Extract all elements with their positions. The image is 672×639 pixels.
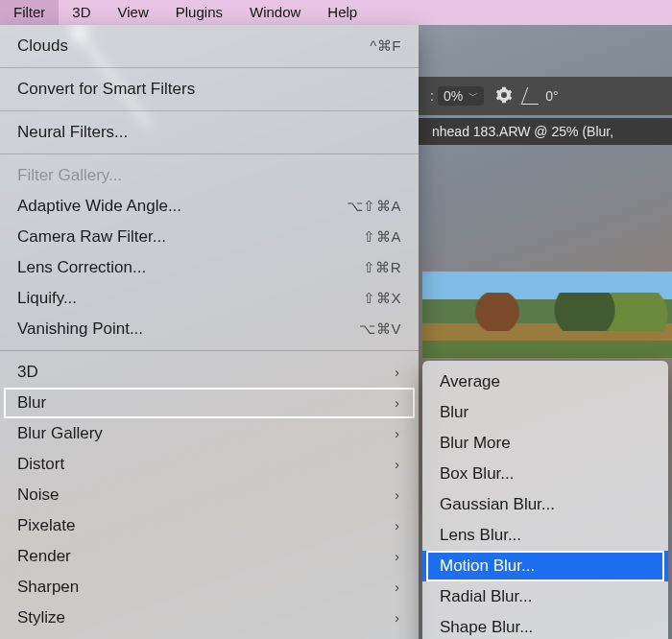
menu-item-shortcut: ⌥⇧⌘A: [347, 196, 401, 217]
menu-item-distort[interactable]: Distort ›: [0, 449, 419, 480]
submenu-arrow-icon: ›: [395, 423, 401, 444]
opacity-field[interactable]: : 0% ﹀: [430, 86, 484, 106]
menu-item-stylize[interactable]: Stylize ›: [0, 603, 419, 633]
menu-separator: [0, 110, 419, 111]
menu-item-label: Blur Gallery: [17, 423, 103, 444]
menu-item-video[interactable]: Video ›: [0, 633, 419, 639]
menu-item-filter-gallery: Filter Gallery...: [0, 160, 419, 191]
menu-item-blur-gallery[interactable]: Blur Gallery ›: [0, 418, 419, 449]
menu-separator: [0, 154, 419, 154]
submenu-item-average[interactable]: Average: [422, 367, 668, 397]
menu-plugins[interactable]: Plugins: [162, 0, 236, 25]
angle-icon: [521, 87, 545, 105]
menu-item-label: Vanishing Point...: [17, 319, 143, 340]
submenu-arrow-icon: ›: [395, 607, 401, 628]
submenu-arrow-icon: ›: [395, 577, 401, 598]
menu-item-liquify[interactable]: Liquify... ⇧⌘X: [0, 283, 419, 314]
submenu-arrow-icon: ›: [395, 485, 401, 506]
menu-separator: [0, 350, 419, 351]
menu-item-clouds[interactable]: Clouds ^⌘F: [0, 31, 419, 61]
angle-field[interactable]: 0°: [524, 87, 558, 105]
blur-submenu: Average Blur Blur More Box Blur... Gauss…: [422, 361, 668, 639]
submenu-arrow-icon: ›: [395, 515, 401, 536]
menu-item-render[interactable]: Render ›: [0, 541, 419, 572]
menu-item-label: Convert for Smart Filters: [17, 79, 195, 100]
menu-item-label: Sharpen: [17, 577, 79, 598]
menu-item-adaptive-wide-angle[interactable]: Adaptive Wide Angle... ⌥⇧⌘A: [0, 191, 419, 222]
submenu-arrow-icon: ›: [395, 362, 401, 383]
menu-item-label: Distort: [17, 454, 64, 475]
submenu-item-radial-blur[interactable]: Radial Blur...: [422, 581, 668, 612]
menu-item-3d[interactable]: 3D ›: [0, 357, 419, 388]
menu-help[interactable]: Help: [314, 0, 371, 25]
submenu-item-gaussian-blur[interactable]: Gaussian Blur...: [422, 489, 668, 520]
menu-item-label: Noise: [17, 485, 59, 506]
menu-item-shortcut: ⇧⌘R: [363, 257, 401, 278]
submenu-arrow-icon: ›: [395, 546, 401, 567]
menu-item-label: Neural Filters...: [17, 122, 128, 143]
menu-item-label: Lens Correction...: [17, 257, 146, 278]
submenu-item-box-blur[interactable]: Box Blur...: [422, 459, 668, 489]
menu-item-blur[interactable]: Blur ›: [0, 388, 419, 418]
gear-icon[interactable]: [495, 86, 513, 106]
menu-item-lens-correction[interactable]: Lens Correction... ⇧⌘R: [0, 252, 419, 283]
menu-item-camera-raw-filter[interactable]: Camera Raw Filter... ⇧⌘A: [0, 222, 419, 252]
menu-item-label: 3D: [17, 362, 38, 383]
menu-item-label: Stylize: [17, 607, 65, 628]
submenu-item-blur-more[interactable]: Blur More: [422, 428, 668, 459]
menu-filter[interactable]: Filter: [0, 0, 59, 25]
menu-view[interactable]: View: [105, 0, 162, 25]
menu-item-label: Pixelate: [17, 515, 75, 536]
angle-value: 0°: [545, 88, 558, 104]
submenu-arrow-icon: ›: [395, 454, 401, 475]
menu-3d[interactable]: 3D: [59, 0, 104, 25]
menu-item-shortcut: ⇧⌘A: [363, 226, 401, 248]
menu-item-shortcut: ^⌘F: [370, 36, 401, 57]
menubar: Filter 3D View Plugins Window Help: [0, 0, 672, 25]
menu-item-convert-smart-filters[interactable]: Convert for Smart Filters: [0, 74, 419, 105]
menu-item-vanishing-point[interactable]: Vanishing Point... ⌥⌘V: [0, 314, 419, 344]
menu-item-label: Adaptive Wide Angle...: [17, 196, 181, 217]
submenu-item-lens-blur[interactable]: Lens Blur...: [422, 520, 668, 551]
menu-item-label: Blur: [17, 392, 46, 414]
submenu-arrow-icon: ›: [395, 392, 401, 414]
menu-item-pixelate[interactable]: Pixelate ›: [0, 510, 419, 541]
menu-item-label: Filter Gallery...: [17, 165, 122, 186]
document-tab[interactable]: nhead 183.ARW @ 25% (Blur,: [419, 118, 672, 145]
menu-item-label: Camera Raw Filter...: [17, 226, 166, 248]
menu-item-noise[interactable]: Noise ›: [0, 480, 419, 510]
menu-item-neural-filters[interactable]: Neural Filters...: [0, 117, 419, 148]
menu-item-label: Clouds: [17, 36, 68, 57]
submenu-item-motion-blur[interactable]: Motion Blur...: [422, 551, 668, 581]
submenu-item-blur[interactable]: Blur: [422, 397, 668, 428]
menu-separator: [0, 67, 419, 68]
menu-window[interactable]: Window: [236, 0, 314, 25]
opacity-colon: :: [430, 88, 434, 104]
filter-menu: Clouds ^⌘F Convert for Smart Filters Neu…: [0, 25, 419, 639]
menu-item-sharpen[interactable]: Sharpen ›: [0, 572, 419, 603]
submenu-item-shape-blur[interactable]: Shape Blur...: [422, 612, 668, 639]
image-preview: [422, 272, 672, 358]
options-bar: : 0% ﹀ 0°: [419, 77, 672, 115]
menu-item-label: Render: [17, 546, 71, 567]
menu-item-label: Liquify...: [17, 288, 77, 309]
menu-item-shortcut: ⇧⌘X: [363, 288, 401, 309]
menu-item-shortcut: ⌥⌘V: [359, 319, 401, 340]
chevron-down-icon[interactable]: ﹀: [468, 89, 478, 103]
opacity-value: 0%: [444, 88, 463, 104]
